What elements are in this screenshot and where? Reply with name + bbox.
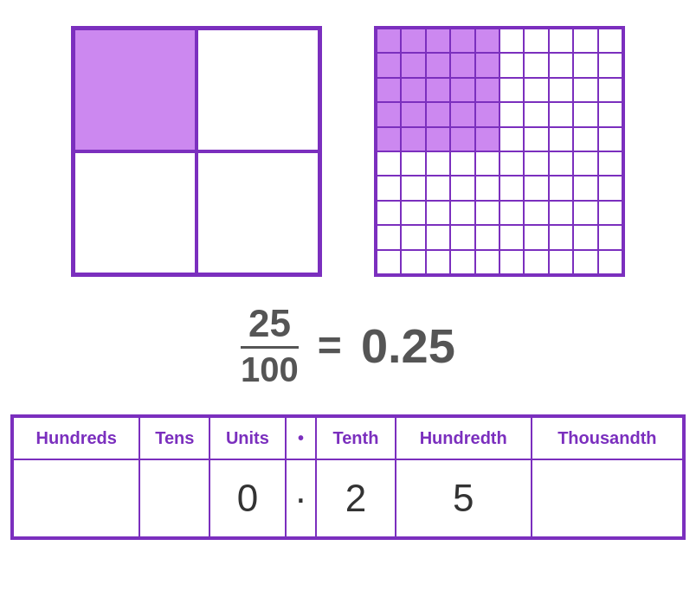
small-grid-cell <box>401 250 425 274</box>
place-value-table: HundredsTensUnits•TenthHundredthThousand… <box>10 414 686 540</box>
small-grid-cell <box>377 102 401 126</box>
table-header-row: HundredsTensUnits•TenthHundredthThousand… <box>13 417 683 459</box>
small-grid-cell <box>598 176 622 200</box>
table-cell-4: 2 <box>316 459 395 537</box>
small-grid-cell <box>377 151 401 176</box>
small-grid-cell <box>598 225 622 249</box>
small-grid-cell <box>524 78 548 102</box>
small-grid-cell <box>573 29 597 53</box>
small-grid-cell <box>450 225 474 249</box>
small-grid-cell <box>573 102 597 126</box>
small-grid-cell <box>475 176 499 200</box>
table-header-thousandth: Thousandth <box>532 417 683 459</box>
small-grid-cell <box>549 176 573 200</box>
small-grid-cell <box>475 201 499 225</box>
small-grid-cell <box>401 225 425 249</box>
small-grid-cell <box>450 102 474 126</box>
small-grid-cell <box>598 127 622 151</box>
small-grid-cell <box>475 29 499 53</box>
small-grid-cell <box>573 78 597 102</box>
table-header-•: • <box>286 417 317 459</box>
small-grid-cell <box>450 201 474 225</box>
small-grid-cell <box>426 201 450 225</box>
small-grid-cell <box>524 176 548 200</box>
small-grid-cell <box>426 29 450 53</box>
small-grid-cell <box>377 201 401 225</box>
small-grid-cell <box>549 102 573 126</box>
table-cell-2: 0 <box>209 459 285 537</box>
small-grid-cell <box>549 225 573 249</box>
visual-area <box>0 26 696 277</box>
small-grid-cell <box>573 53 597 77</box>
small-grid-cell <box>524 250 548 274</box>
small-grid-cell <box>450 176 474 200</box>
small-grid-cell <box>450 78 474 102</box>
table-header-hundreds: Hundreds <box>13 417 139 459</box>
small-grid-cell <box>377 250 401 274</box>
small-grid-cell <box>450 127 474 151</box>
small-grid-cell <box>598 102 622 126</box>
small-grid-cell <box>524 29 548 53</box>
small-grid-cell <box>499 201 524 225</box>
small-grid-cell <box>598 201 622 225</box>
decimal-value: 0.25 <box>361 318 455 374</box>
small-grid-cell <box>377 53 401 77</box>
equation-area: 25 100 = 0.25 <box>0 303 696 388</box>
small-grid-cell <box>377 29 401 53</box>
big-square-cell-3 <box>197 151 319 274</box>
small-grid-cell <box>475 151 499 176</box>
table-value-row: 0·25 <box>13 459 683 537</box>
small-grid-cell <box>377 225 401 249</box>
small-grid-cell <box>573 127 597 151</box>
small-grid-cell <box>524 201 548 225</box>
table-cell-0 <box>13 459 139 537</box>
equals-sign: = <box>318 322 342 369</box>
small-grid-cell <box>549 201 573 225</box>
small-grid-cell <box>475 225 499 249</box>
small-grid-cell <box>549 151 573 176</box>
small-grid-cell <box>499 102 524 126</box>
small-grid-cell <box>401 102 425 126</box>
small-grid-cell <box>475 127 499 151</box>
small-grid-cell <box>549 78 573 102</box>
small-grid-cell <box>426 78 450 102</box>
table-cell-1 <box>139 459 209 537</box>
small-grid-cell <box>450 53 474 77</box>
small-grid-cell <box>401 201 425 225</box>
small-grid-cell <box>524 151 548 176</box>
small-grid-cell <box>598 29 622 53</box>
small-grid-cell <box>475 250 499 274</box>
table-header-tens: Tens <box>139 417 209 459</box>
small-grid-cell <box>475 53 499 77</box>
small-grid <box>374 26 625 277</box>
small-grid-cell <box>549 53 573 77</box>
small-grid-cell <box>401 151 425 176</box>
small-grid-cell <box>499 53 524 77</box>
table-cell-3: · <box>286 459 317 537</box>
small-grid-cell <box>426 53 450 77</box>
small-grid-cell <box>450 250 474 274</box>
small-grid-cell <box>475 78 499 102</box>
small-grid-cell <box>524 102 548 126</box>
small-grid-cell <box>499 225 524 249</box>
small-grid-cell <box>598 250 622 274</box>
small-grid-cell <box>475 102 499 126</box>
small-grid-cell <box>401 78 425 102</box>
small-grid-cell <box>499 250 524 274</box>
big-square-cell-0 <box>74 29 197 151</box>
small-grid-cell <box>524 127 548 151</box>
small-grid-cell <box>377 176 401 200</box>
small-grid-cell <box>549 127 573 151</box>
numerator: 25 <box>248 303 291 344</box>
small-grid-cell <box>499 127 524 151</box>
small-grid-cell <box>401 176 425 200</box>
small-grid-cell <box>450 29 474 53</box>
small-grid-cell <box>549 250 573 274</box>
table-header-tenth: Tenth <box>316 417 395 459</box>
small-grid-cell <box>598 53 622 77</box>
small-grid-cell <box>573 176 597 200</box>
big-square <box>71 26 322 277</box>
small-grid-cell <box>573 250 597 274</box>
small-grid-cell <box>377 127 401 151</box>
table-header-units: Units <box>209 417 285 459</box>
